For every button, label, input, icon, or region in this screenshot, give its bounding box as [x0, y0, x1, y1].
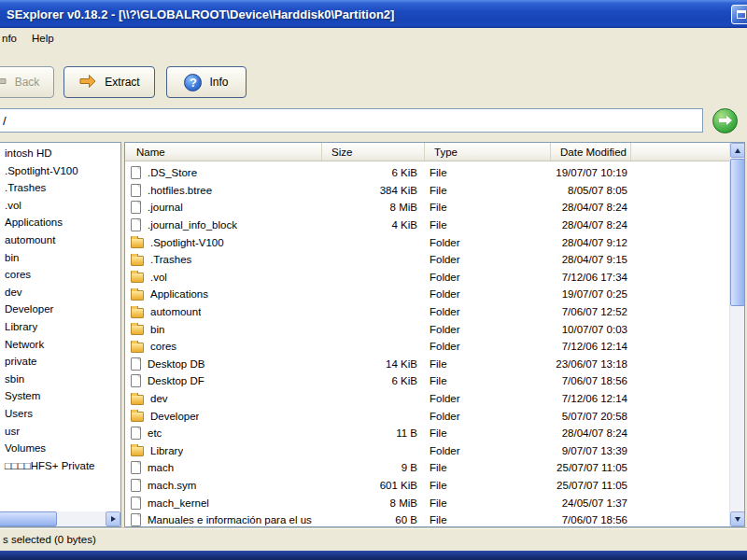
tree-item[interactable]: cores [0, 266, 120, 284]
table-row[interactable]: Manuales e información para el us60 BFil… [125, 511, 729, 526]
tree-item[interactable]: dev [0, 284, 120, 301]
column-header-size[interactable]: Size [322, 143, 425, 161]
table-row[interactable]: automountFolder7/06/07 12:52 [125, 303, 729, 321]
tree-item[interactable]: .Spotlight-V100 [0, 162, 120, 180]
tree-item[interactable]: automount [0, 231, 120, 249]
tree-item[interactable]: sbin [0, 371, 120, 388]
cell-name: automount [125, 306, 322, 318]
table-row[interactable]: .journal8 MiBFile28/04/07 8:24 [125, 199, 729, 217]
tree-item[interactable]: Applications [0, 214, 120, 231]
column-header-name[interactable]: Name [125, 143, 322, 161]
table-row[interactable]: mach_kernel8 MiBFile24/05/07 1:37 [125, 494, 729, 511]
cell-type: Folder [425, 445, 551, 456]
table-row[interactable]: mach.sym601 KiBFile25/07/07 11:05 [125, 477, 729, 495]
cell-name: .journal [125, 201, 322, 214]
folder-icon [131, 273, 144, 283]
cell-name: .Spotlight-V100 [125, 236, 322, 248]
extract-button[interactable]: Extract [63, 66, 155, 98]
tree-horizontal-scrollbar[interactable] [0, 511, 120, 526]
tree-item[interactable]: private [0, 353, 120, 371]
down-arrow-icon [735, 517, 740, 522]
table-row[interactable]: binFolder10/07/07 0:03 [125, 320, 729, 338]
table-row[interactable]: .volFolder7/12/06 17:34 [125, 269, 729, 287]
address-input[interactable] [0, 108, 703, 133]
hscroll-right-button[interactable] [106, 511, 120, 526]
vscroll-down-button[interactable] [730, 511, 745, 526]
table-row[interactable]: Desktop DB14 KiBFile23/06/07 13:18 [125, 356, 729, 373]
table-row[interactable]: Desktop DF6 KiBFile7/06/07 18:56 [125, 372, 729, 390]
file-icon [131, 357, 141, 371]
tree-item[interactable]: intosh HD [0, 145, 120, 162]
tree-item[interactable]: Developer [0, 301, 120, 318]
folder-icon [131, 325, 144, 335]
column-header-type[interactable]: Type [425, 143, 551, 161]
tree-item[interactable]: bin [0, 249, 120, 267]
file-name: mach [148, 462, 174, 473]
title-bar[interactable]: SExplorer v0.18.2 - [\\?\GLOBALROOT\Devi… [0, 0, 747, 28]
cell-name: Desktop DF [125, 374, 322, 387]
table-row[interactable]: etc11 BFile28/04/07 8:24 [125, 425, 729, 442]
tree-item[interactable]: □□□□HFS+ Private [0, 457, 120, 475]
tree-item[interactable]: Library [0, 318, 120, 336]
table-row[interactable]: .hotfiles.btree384 KiBFile8/05/07 8:05 [125, 182, 729, 200]
back-button[interactable]: Back [0, 66, 54, 98]
file-name: automount [150, 306, 201, 317]
file-list-header: Name Size Type Date Modified [125, 143, 729, 161]
cell-date: 19/07/07 10:19 [551, 167, 631, 178]
file-icon [131, 166, 141, 179]
table-row[interactable]: DeveloperFolder5/07/07 20:58 [125, 407, 729, 425]
file-name: bin [150, 324, 164, 335]
hscroll-track[interactable] [57, 511, 106, 526]
cell-date: 8/05/07 8:05 [551, 185, 631, 196]
status-text: s selected (0 bytes) [3, 534, 96, 545]
table-row[interactable]: .Spotlight-V100Folder28/04/07 9:12 [125, 233, 729, 251]
table-row[interactable]: mach9 BFile25/07/07 11:05 [125, 459, 729, 477]
cell-type: Folder [425, 272, 551, 283]
info-button[interactable]: ? Info [166, 66, 247, 98]
file-icon [131, 497, 141, 510]
tree-item[interactable]: System [0, 387, 120, 405]
tree-item[interactable]: .vol [0, 197, 120, 215]
menu-item-help[interactable]: Help [24, 30, 62, 47]
table-row[interactable]: LibraryFolder9/07/07 13:39 [125, 442, 729, 460]
vscroll-up-button[interactable] [730, 143, 745, 158]
tree-item[interactable]: .Trashes [0, 179, 120, 197]
cell-type: File [425, 514, 551, 525]
table-row[interactable]: .journal_info_block4 KiBFile28/04/07 8:2… [125, 217, 729, 234]
toolbar: Back Extract ? Info [0, 49, 747, 106]
column-header-date-modified[interactable]: Date Modified [551, 143, 631, 161]
file-icon [131, 374, 141, 387]
cell-name: etc [125, 427, 322, 440]
table-row[interactable]: devFolder7/12/06 12:14 [125, 390, 729, 408]
table-row[interactable]: .TrashesFolder28/04/07 9:15 [125, 251, 729, 269]
folder-tree-panel: intosh HD.Spotlight-V100.Trashes.volAppl… [0, 142, 121, 527]
hscroll-thumb[interactable] [0, 511, 57, 526]
menu-item-info[interactable]: nfo [0, 30, 24, 47]
tree-item[interactable]: Network [0, 336, 120, 354]
table-row[interactable]: coresFolder7/12/06 12:14 [125, 338, 729, 356]
go-arrow-icon [718, 115, 733, 128]
cell-name: mach_kernel [125, 497, 322, 510]
cell-name: .journal_info_block [125, 218, 322, 231]
cell-type: Folder [425, 237, 551, 248]
table-row[interactable]: ApplicationsFolder19/07/07 0:25 [125, 286, 729, 303]
vscroll-thumb[interactable] [730, 159, 745, 306]
cell-date: 28/04/07 9:15 [551, 254, 631, 265]
file-icon [131, 201, 141, 214]
file-name: Manuales e información para el us [148, 514, 312, 525]
table-row[interactable]: .DS_Store6 KiBFile19/07/07 10:19 [125, 164, 729, 182]
go-button[interactable] [712, 108, 738, 133]
folder-icon [131, 290, 144, 301]
folder-icon [131, 256, 144, 266]
file-list-vertical-scrollbar[interactable] [729, 143, 744, 526]
file-name: mach.sym [148, 480, 196, 491]
tree-item[interactable]: Volumes [0, 440, 120, 457]
window-bottom-border [0, 551, 747, 560]
file-icon [131, 461, 141, 474]
maximize-button[interactable] [731, 5, 747, 24]
tree-item[interactable]: usr [0, 423, 120, 441]
file-name: .Trashes [150, 254, 191, 265]
cell-date: 25/07/07 11:05 [551, 462, 631, 473]
cell-name: .Trashes [125, 254, 322, 266]
tree-item[interactable]: Users [0, 405, 120, 423]
